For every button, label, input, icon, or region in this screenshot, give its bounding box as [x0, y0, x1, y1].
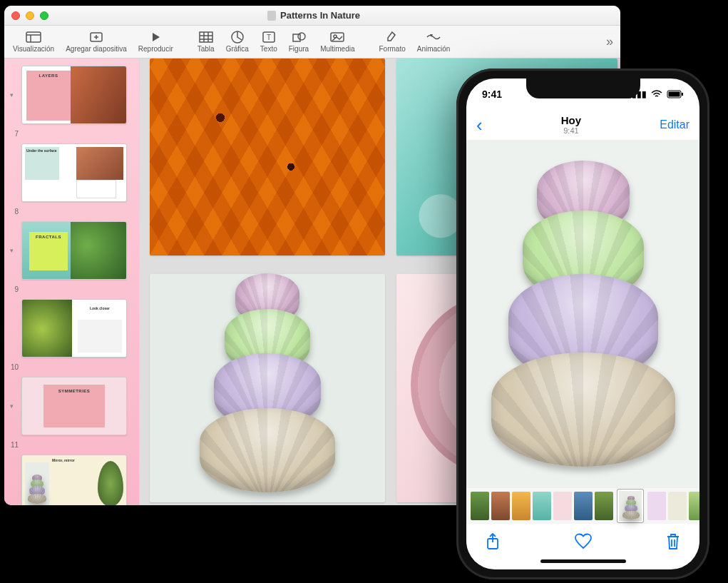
toolbar: Visualización Agregar diapositiva Reprod…	[4, 26, 620, 59]
nav-bar: ‹ Hoy 9:41 Editar	[466, 110, 699, 140]
slide-thumb-9[interactable]: ▾ FRACTALS	[10, 221, 133, 280]
nav-title: Hoy	[483, 115, 660, 127]
slide-thumb-12[interactable]: Mirror, mirror	[10, 455, 133, 505]
tab-bar	[466, 524, 699, 559]
media-icon	[329, 31, 345, 44]
toolbar-text[interactable]: T Texto	[255, 26, 283, 58]
scrubber-thumb[interactable]	[491, 492, 510, 520]
scrubber-thumb[interactable]	[668, 492, 687, 520]
scrubber-thumb[interactable]	[553, 492, 572, 520]
toolbar-shape[interactable]: Figura	[283, 26, 314, 58]
canvas-image-honeycomb[interactable]	[150, 59, 385, 255]
document-icon	[267, 11, 276, 21]
slide-thumb-7[interactable]: ▾ LAYERS	[10, 66, 133, 124]
toolbar-view[interactable]: Visualización	[7, 26, 60, 58]
play-icon	[148, 31, 163, 44]
scrubber-thumb[interactable]	[689, 492, 699, 520]
svg-rect-15	[293, 34, 300, 41]
nav-subtitle: 9:41	[483, 126, 660, 135]
home-indicator[interactable]	[466, 559, 699, 569]
share-icon[interactable]	[485, 532, 501, 551]
traffic-lights	[11, 11, 48, 20]
photo-viewer[interactable]	[466, 140, 699, 488]
toolbar-add-slide[interactable]: Agregar diapositiva	[60, 26, 133, 58]
shape-icon	[291, 31, 307, 44]
svg-rect-7	[200, 32, 212, 42]
titlebar: Patterns In Nature	[4, 6, 620, 26]
scrubber-thumb-selected[interactable]	[617, 490, 643, 522]
zoom-button[interactable]	[40, 11, 48, 20]
toolbar-table[interactable]: Tabla	[192, 26, 220, 58]
minimize-button[interactable]	[26, 11, 34, 20]
animate-icon	[426, 31, 441, 44]
slide-thumb-10[interactable]: Look closer	[10, 299, 133, 358]
window-title: Patterns In Nature	[48, 10, 579, 21]
table-icon	[198, 31, 214, 44]
toolbar-overflow[interactable]: »	[602, 34, 617, 49]
toolbar-chart[interactable]: Gráfica	[220, 26, 255, 58]
iphone-device: 9:41 ▮▮▮▮ ‹ Hoy 9:41 Editar	[456, 69, 709, 579]
canvas-image-urchins[interactable]	[150, 274, 385, 502]
back-button[interactable]: ‹	[476, 114, 483, 136]
scrubber-thumb[interactable]	[647, 492, 666, 520]
format-icon	[384, 31, 400, 44]
scrubber-thumb[interactable]	[512, 492, 530, 520]
view-icon	[26, 31, 41, 44]
chart-icon	[230, 31, 245, 44]
iphone-screen: 9:41 ▮▮▮▮ ‹ Hoy 9:41 Editar	[466, 78, 699, 569]
text-icon: T	[261, 31, 277, 44]
wifi-icon	[651, 90, 662, 98]
toolbar-media[interactable]: Multimedia	[314, 26, 360, 58]
close-button[interactable]	[11, 11, 20, 20]
scrubber-thumb[interactable]	[574, 492, 593, 520]
photo-scrubber[interactable]	[466, 488, 699, 524]
slide-navigator[interactable]: ▾ LAYERS 7 Under the surface 8	[4, 59, 140, 505]
svg-rect-23	[682, 93, 683, 96]
disclosure-icon[interactable]: ▾	[10, 247, 19, 254]
toolbar-play[interactable]: Reproducir	[133, 26, 179, 58]
plus-icon	[88, 31, 104, 44]
status-time: 9:41	[482, 88, 502, 100]
slide-thumb-11[interactable]: ▾ SYMMETRIES	[10, 377, 133, 435]
scrubber-thumb[interactable]	[533, 492, 551, 520]
svg-line-19	[394, 34, 395, 35]
battery-icon	[667, 90, 684, 98]
svg-point-16	[298, 33, 305, 40]
svg-rect-0	[26, 32, 41, 42]
edit-button[interactable]: Editar	[660, 118, 689, 131]
slide-thumb-8[interactable]: Under the surface	[10, 143, 133, 202]
disclosure-icon[interactable]: ▾	[10, 402, 19, 410]
toolbar-animate[interactable]: Animación	[411, 26, 456, 58]
svg-text:T: T	[267, 34, 271, 41]
svg-rect-22	[669, 92, 680, 97]
disclosure-icon[interactable]: ▾	[10, 91, 19, 98]
document-title: Patterns In Nature	[280, 10, 360, 21]
notch	[526, 78, 640, 98]
heart-icon[interactable]	[574, 533, 593, 550]
svg-marker-6	[153, 33, 160, 41]
toolbar-format[interactable]: Formato	[373, 26, 411, 58]
scrubber-thumb[interactable]	[595, 492, 613, 520]
scrubber-thumb[interactable]	[471, 492, 489, 520]
trash-icon[interactable]	[665, 532, 681, 551]
